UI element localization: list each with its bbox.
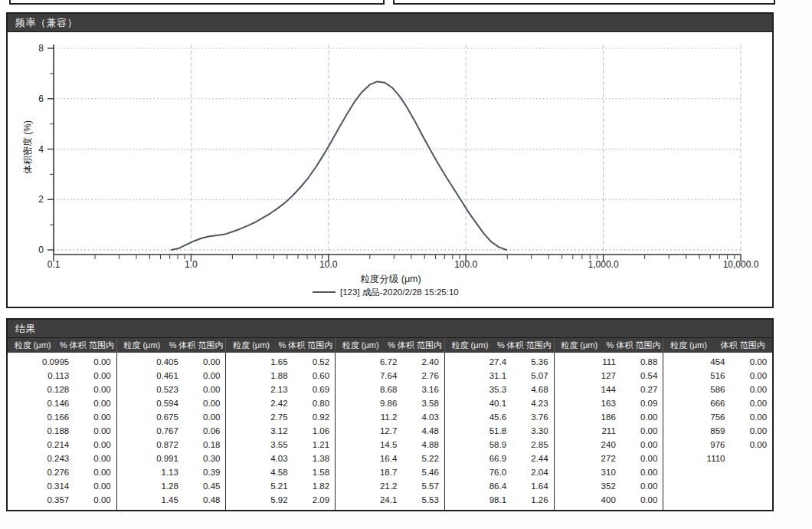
percent-column-header: % 体积 范围内 — [604, 338, 663, 353]
percent-cell: 0.27 — [617, 383, 663, 396]
percent-cell: 0.09 — [617, 396, 663, 410]
percent-cell: 0.00 — [617, 424, 663, 438]
table-row: 1110 — [663, 452, 772, 465]
results-panel-title: 结果 — [15, 323, 36, 334]
percent-cell: 1.64 — [508, 479, 554, 493]
percent-cell: 0.45 — [180, 479, 226, 493]
table-row: 0.1280.00 — [8, 383, 116, 396]
percent-cell: 1.38 — [290, 452, 336, 465]
percent-cell: 3.30 — [508, 424, 554, 438]
table-row: 0.6750.00 — [117, 410, 226, 424]
size-cell: 1110 — [663, 452, 726, 465]
table-row: 0.1460.00 — [8, 396, 116, 410]
percent-cell: 0.00 — [180, 383, 226, 396]
percent-cell: 0.00 — [727, 424, 773, 438]
size-cell: 400 — [555, 493, 617, 507]
results-panel-header: 结果 — [8, 320, 772, 338]
table-row: 5860.00 — [663, 383, 772, 396]
percent-cell: 0.00 — [180, 369, 226, 383]
table-row: 0.5940.00 — [117, 396, 226, 410]
size-cell: 272 — [555, 452, 617, 465]
table-row: 2.750.92 — [226, 410, 335, 424]
table-row: 4540.00 — [663, 355, 772, 369]
table-row: 1.280.45 — [117, 479, 226, 493]
size-cell: 18.7 — [336, 465, 398, 479]
table-row: 11.24.03 — [336, 410, 444, 424]
percent-cell: 0.00 — [70, 424, 116, 438]
table-row: 2.130.69 — [226, 383, 335, 396]
size-cell: 111 — [555, 355, 617, 369]
percent-cell: 0.52 — [290, 355, 336, 369]
percent-cell: 0.00 — [70, 396, 116, 410]
column-group-header: 粒度 (μm)% 体积 范围内 — [335, 338, 444, 353]
percent-column-header: % 体积 范围内 — [495, 338, 554, 353]
percent-cell: 2.09 — [290, 493, 336, 507]
table-row: 0.7670.06 — [117, 424, 226, 438]
percent-cell: 0.06 — [180, 424, 226, 438]
size-cell: 40.1 — [445, 396, 508, 410]
x-axis-title: 粒度分级 (μm) — [360, 274, 421, 284]
table-row: 1.650.52 — [226, 355, 335, 369]
size-cell: 859 — [663, 424, 726, 438]
table-row: 18.75.46 — [336, 465, 444, 479]
size-cell: 0.146 — [8, 396, 70, 410]
size-cell: 0.214 — [8, 438, 70, 452]
table-row: 21.25.57 — [336, 479, 444, 493]
column-group: 0.4050.000.4610.000.5230.000.5940.000.67… — [116, 353, 226, 510]
percent-cell: 0.18 — [180, 438, 226, 452]
column-group: 4540.005160.005860.006660.007560.008590.… — [663, 353, 772, 510]
percent-cell: 5.22 — [398, 452, 444, 465]
table-row: 6660.00 — [663, 396, 772, 410]
size-cell: 0.276 — [8, 465, 70, 479]
percent-cell: 0.00 — [617, 410, 663, 424]
percent-cell: 2.76 — [398, 369, 444, 383]
percent-cell: 5.07 — [508, 369, 554, 383]
size-cell: 86.4 — [445, 479, 508, 493]
table-row: 14.54.88 — [336, 438, 444, 452]
table-row: 2.420.80 — [226, 396, 335, 410]
percent-cell: 0.00 — [70, 452, 116, 465]
x-tick-label: 10,000.0 — [723, 259, 759, 270]
table-row: 1630.09 — [555, 396, 663, 410]
percent-cell: 0.00 — [70, 493, 116, 507]
size-cell: 9.86 — [336, 396, 398, 410]
column-group: 6.722.407.642.768.683.169.863.5811.24.03… — [335, 353, 444, 510]
percent-cell: 0.00 — [70, 383, 116, 396]
percent-column-header: % 体积 范围内 — [57, 338, 116, 353]
results-column-headers: 粒度 (μm)% 体积 范围内粒度 (μm)% 体积 范围内粒度 (μm)% 体… — [8, 338, 772, 353]
percent-cell: 0.00 — [617, 465, 663, 479]
size-cell: 35.3 — [445, 383, 508, 396]
table-row: 45.63.76 — [445, 410, 554, 424]
size-column-header: 粒度 (μm) — [8, 338, 57, 353]
percent-column-header: % 体积 范围内 — [167, 338, 226, 353]
column-group-header: 粒度 (μm)% 体积 范围内 — [116, 338, 226, 353]
table-row: 12.74.48 — [336, 424, 444, 438]
size-cell: 0.461 — [117, 369, 180, 383]
size-cell: 7.64 — [336, 369, 398, 383]
table-row: 31.15.07 — [445, 369, 554, 383]
size-cell: 2.42 — [226, 396, 289, 410]
table-row: 7560.00 — [663, 410, 772, 424]
percent-cell — [727, 452, 773, 465]
table-row: 5160.00 — [663, 369, 772, 383]
table-row: 0.2760.00 — [8, 465, 116, 479]
size-cell: 14.5 — [336, 438, 398, 452]
table-row: 3520.00 — [555, 479, 663, 493]
size-cell: 1.13 — [117, 465, 180, 479]
table-row: 35.34.68 — [445, 383, 554, 396]
results-table-body: 0.09950.000.1130.000.1280.000.1460.000.1… — [8, 353, 772, 510]
x-tick-label: 0.1 — [47, 259, 61, 270]
table-row: 51.83.30 — [445, 424, 554, 438]
table-row: 98.11.26 — [445, 493, 554, 507]
x-tick-label: 1,000.0 — [588, 259, 619, 270]
percent-cell: 0.00 — [70, 369, 116, 383]
table-row: 8.683.16 — [336, 383, 444, 396]
table-row: 3100.00 — [555, 465, 663, 479]
size-cell: 1.88 — [226, 369, 289, 383]
column-group-header: 粒度 (μm)% 体积 范围内 — [8, 338, 116, 353]
table-row: 5.922.09 — [226, 493, 335, 507]
x-tick-label: 1.0 — [185, 259, 198, 270]
results-panel: 结果 粒度 (μm)% 体积 范围内粒度 (μm)% 体积 范围内粒度 (μm)… — [6, 318, 774, 511]
size-cell: 3.55 — [226, 438, 289, 452]
size-column-header: 粒度 (μm) — [555, 338, 604, 353]
